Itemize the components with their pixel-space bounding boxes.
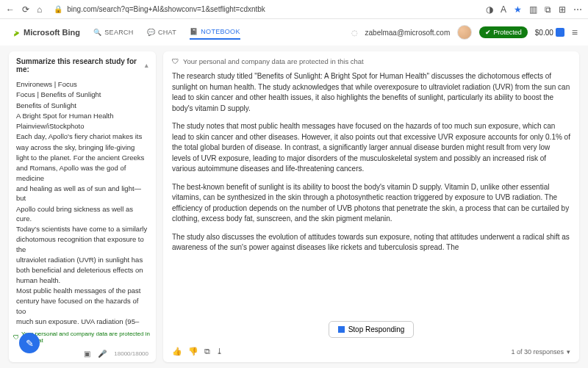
tab-search-label: SEARCH — [104, 29, 133, 36]
lock-icon: 🔒 — [54, 5, 62, 13]
export-icon[interactable]: ⤓ — [216, 347, 223, 356]
prompt-line: dichotomous recognition that exposure to… — [16, 234, 148, 254]
tab-notebook[interactable]: 📓 NOTEBOOK — [190, 25, 240, 40]
tab-search[interactable]: 🔍 SEARCH — [93, 26, 134, 39]
prompt-line: Most public health messages of the past — [16, 286, 148, 295]
chevron-up-icon[interactable]: ▴ — [145, 62, 148, 69]
chat-icon: 💬 — [147, 29, 155, 36]
prompt-line: Environews | Focus — [16, 79, 148, 89]
prompt-line: century have focused on the hazards of t… — [16, 296, 148, 316]
notebook-icon: 📓 — [190, 28, 198, 35]
tab-chat-label: CHAT — [158, 29, 176, 36]
prompt-line: Focus | Benefits of Sunlight — [16, 90, 148, 99]
chevron-down-icon[interactable]: ▾ — [567, 348, 570, 356]
prompt-line: light to the planet. For the ancient Gre… — [16, 153, 148, 162]
response-counter-text: 1 of 30 responses — [511, 348, 564, 356]
stop-label: Stop Responding — [348, 325, 405, 333]
favorite-icon[interactable]: ★ — [514, 4, 522, 15]
prompt-line: both beneficial and deleterious effects … — [16, 265, 148, 285]
prompt-body[interactable]: Environews | FocusFocus | Benefits of Su… — [9, 79, 156, 328]
answer-paragraph: The research study titled "Benefits of S… — [172, 71, 570, 114]
tab-notebook-label: NOTEBOOK — [201, 28, 240, 35]
protected-badge[interactable]: ✔ Protected — [479, 26, 528, 38]
answer-body: The research study titled "Benefits of S… — [163, 71, 579, 317]
brand[interactable]: Microsoft Bing — [10, 27, 80, 37]
stop-icon — [338, 326, 345, 333]
url-text: bing.com/search?q=Bing+AI&showconv=1&set… — [67, 5, 265, 13]
back-icon[interactable]: ← — [6, 4, 15, 15]
diamond-icon — [556, 28, 564, 37]
answer-paragraph: The study also discusses the evolution o… — [172, 232, 570, 253]
bing-header: Microsoft Bing 🔍 SEARCH 💬 CHAT 📓 NOTEBOO… — [0, 19, 588, 46]
wallet[interactable]: $0.00 — [535, 28, 564, 37]
more-icon[interactable]: ⋯ — [573, 4, 582, 15]
prompt-line: Benefits of Sunlight — [16, 101, 148, 110]
stop-responding-button[interactable]: Stop Responding — [329, 321, 415, 338]
prompt-line: and Romans, Apollo was the god of medici… — [16, 163, 148, 183]
thumbs-up-icon[interactable]: 👍 — [172, 347, 182, 356]
input-notice-text: Your personal and company data are prote… — [21, 331, 151, 344]
user-email[interactable]: zabelmaa@microsoft.com — [365, 29, 451, 37]
shield-icon: 🛡 — [172, 57, 179, 65]
collections-icon[interactable]: ▥ — [529, 4, 537, 15]
hamburger-icon[interactable]: ≡ — [572, 26, 578, 38]
home-icon[interactable]: ⌂ — [37, 4, 42, 15]
prompt-line: much sun exposure. UVA radiation (95–97% — [16, 317, 148, 328]
extensions-icon[interactable]: ⊞ — [559, 4, 566, 15]
prompt-line: ultraviolet radiation (UVR) in sunlight … — [16, 255, 148, 264]
notebook-input-panel: Summarize this research study for me: ▴ … — [9, 51, 156, 362]
search-icon: 🔍 — [93, 29, 101, 36]
loading-icon: ◌ — [351, 29, 358, 37]
shield-check-icon: ✔ — [485, 29, 491, 36]
char-counter: 18000/18000 — [114, 350, 148, 357]
prompt-line: Each day, Apollo's fiery chariot makes i… — [16, 131, 148, 141]
response-notice-text: Your personal and company data are prote… — [183, 57, 364, 65]
avatar[interactable] — [457, 25, 472, 40]
prompt-line: A Bright Spot for Human Health — [16, 111, 148, 120]
new-topic-button[interactable]: ✎ — [19, 333, 40, 353]
prompt-line: Today's scientists have come to a simila… — [16, 224, 148, 234]
image-attach-icon[interactable]: ▣ — [84, 350, 90, 358]
split-icon[interactable]: ⧉ — [545, 4, 551, 15]
mic-icon[interactable]: 🎤 — [98, 350, 107, 358]
prompt-title: Summarize this research study for me: — [16, 57, 145, 73]
address-bar[interactable]: 🔒 bing.com/search?q=Bing+AI&showconv=1&s… — [54, 5, 474, 13]
refresh-icon[interactable]: ⟳ — [22, 4, 29, 15]
bing-logo-icon — [10, 27, 21, 37]
answer-paragraph: The study notes that most public health … — [172, 121, 570, 175]
prompt-line: way across the sky, bringing life-giving — [16, 142, 148, 152]
prompt-line: Plainview/iStockphoto — [16, 121, 148, 131]
prompt-line: Apollo could bring sickness as well as c… — [16, 204, 148, 224]
response-counter: 1 of 30 responses ▾ — [511, 348, 570, 356]
text-size-icon[interactable]: A — [501, 4, 506, 15]
copy-icon[interactable]: ⧉ — [204, 347, 210, 356]
brand-text: Microsoft Bing — [24, 28, 80, 37]
note-plus-icon: ✎ — [26, 338, 34, 349]
shield-icon: 🛡 — [13, 334, 19, 341]
read-aloud-icon[interactable]: ◑ — [486, 4, 493, 15]
answer-paragraph: The best-known benefit of sunlight is it… — [172, 182, 570, 225]
prompt-line: and healing as well as of sun and light—… — [16, 184, 148, 203]
thumbs-down-icon[interactable]: 👎 — [188, 347, 198, 356]
balance-text: $0.00 — [535, 29, 553, 37]
response-panel: 🛡 Your personal and company data are pro… — [163, 51, 579, 362]
protected-label: Protected — [493, 29, 522, 36]
tab-chat[interactable]: 💬 CHAT — [147, 26, 176, 39]
browser-toolbar: ← ⟳ ⌂ 🔒 bing.com/search?q=Bing+AI&showco… — [0, 0, 588, 19]
